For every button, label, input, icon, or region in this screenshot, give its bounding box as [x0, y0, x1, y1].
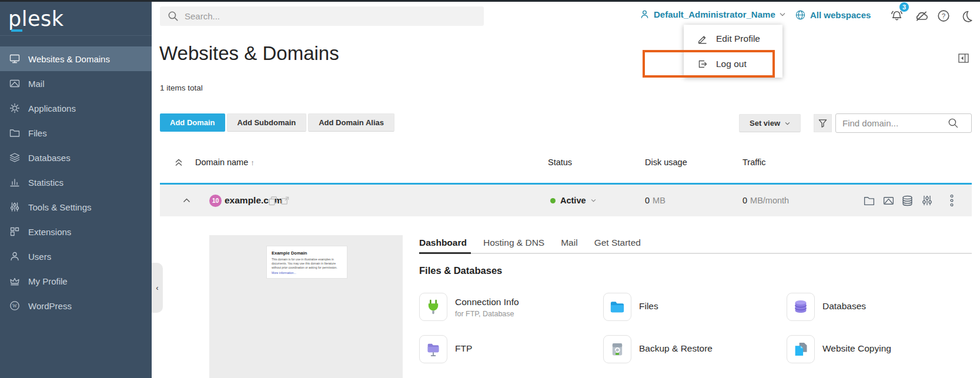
backup-restore-tile[interactable]: [603, 335, 631, 363]
row-collapse-button[interactable]: [183, 185, 190, 216]
folder-icon: [863, 195, 875, 207]
status-dropdown[interactable]: Active: [550, 185, 596, 216]
website-copying-tile[interactable]: [787, 335, 815, 363]
domain-actions: Add Domain Add Subdomain Add Domain Alia…: [160, 113, 394, 132]
sidebar-item-statistics[interactable]: Statistics: [0, 170, 152, 195]
sidebar-item-extensions[interactable]: Extensions: [0, 219, 152, 244]
globe-icon: [795, 9, 806, 21]
tabs-divider: [419, 253, 972, 254]
sidebar-item-label: Databases: [28, 153, 71, 163]
all-webspaces-label: All webspaces: [810, 10, 871, 20]
backup-restore-label[interactable]: Backup & Restore: [639, 343, 713, 354]
sidebar: plesk Websites & Domains Mail Applicatio…: [0, 0, 152, 378]
dark-mode-button[interactable]: [959, 9, 974, 23]
sidebar-collapse-handle[interactable]: ‹: [152, 263, 163, 313]
connection-info-sublabel: for FTP, Database: [455, 310, 514, 318]
search-input[interactable]: [185, 11, 467, 21]
sidebar-item-mail[interactable]: Mail: [0, 71, 152, 96]
row-mail-button[interactable]: [882, 185, 895, 216]
gear-icon: [9, 103, 21, 113]
tab-hosting-dns[interactable]: Hosting & DNS: [483, 237, 544, 253]
find-domain-input[interactable]: [836, 118, 948, 128]
sidebar-item-databases[interactable]: Databases: [0, 145, 152, 170]
ftp-label[interactable]: FTP: [455, 343, 472, 354]
sidebar-item-label: Extensions: [28, 227, 71, 237]
all-webspaces-link[interactable]: All webspaces: [795, 9, 871, 21]
items-total: 1 items total: [160, 83, 203, 92]
cloud-offline-button[interactable]: [914, 9, 928, 23]
set-view-button[interactable]: Set view: [739, 114, 801, 132]
connection-info-tile[interactable]: [419, 293, 447, 321]
filter-button[interactable]: [814, 114, 832, 132]
domain-table-row: 10 example.com Active 0MB 0MB/month: [160, 183, 972, 216]
sidebar-item-tools-settings[interactable]: Tools & Settings: [0, 195, 152, 219]
site-preview-page: Example Domain This domain is for use in…: [266, 246, 347, 279]
add-subdomain-button[interactable]: Add Subdomain: [227, 113, 307, 132]
sidebar-divider: [0, 35, 152, 36]
find-domain-box: [835, 113, 972, 133]
monitor-icon: [9, 53, 21, 64]
row-databases-button[interactable]: [901, 185, 914, 216]
window-top-edge: [0, 0, 980, 2]
row-more-button[interactable]: [949, 185, 954, 216]
collapse-all-button[interactable]: [175, 159, 183, 166]
sidebar-item-users[interactable]: Users: [0, 244, 152, 269]
plesk-logo[interactable]: plesk: [8, 7, 63, 31]
sidebar-item-files[interactable]: Files: [0, 121, 152, 145]
sidebar-item-label: Statistics: [28, 178, 63, 188]
connection-info-label[interactable]: Connection Info: [455, 297, 519, 307]
sidebar-item-label: Users: [28, 252, 51, 262]
section-title: Files & Databases: [419, 265, 502, 276]
side-panel-toggle-button[interactable]: [958, 53, 969, 63]
copy-domain-button[interactable]: [268, 185, 278, 216]
help-button[interactable]: ?: [936, 9, 951, 23]
databases-label[interactable]: Databases: [822, 301, 866, 312]
envelope-icon: [882, 195, 895, 207]
tab-get-started[interactable]: Get Started: [594, 237, 641, 253]
column-header-status[interactable]: Status: [548, 158, 572, 167]
sidebar-item-my-profile[interactable]: My Profile: [0, 269, 152, 293]
sidebar-item-label: WordPress: [28, 301, 72, 311]
domain-badge: 10: [209, 185, 222, 216]
add-domain-button[interactable]: Add Domain: [160, 113, 225, 132]
tab-mail[interactable]: Mail: [561, 237, 577, 253]
files-tile[interactable]: [603, 293, 631, 321]
tab-dashboard[interactable]: Dashboard: [419, 237, 467, 253]
preview-page-link: More information...: [272, 271, 342, 275]
row-settings-button[interactable]: [921, 185, 933, 216]
column-header-disk-usage[interactable]: Disk usage: [645, 158, 687, 167]
copy-icon: [268, 196, 278, 206]
person-icon: [9, 251, 21, 262]
svg-text:?: ?: [942, 12, 945, 19]
site-preview[interactable]: Example Domain This domain is for use in…: [209, 235, 403, 378]
user-menu-trigger[interactable]: Default_Administrator_Name: [640, 9, 785, 19]
user-name: Default_Administrator_Name: [654, 9, 775, 19]
panel-collapse-icon: [958, 53, 969, 63]
bar-chart-icon: [9, 177, 21, 188]
sidebar-item-wordpress[interactable]: W WordPress: [0, 293, 152, 318]
files-label[interactable]: Files: [639, 301, 658, 312]
crown-icon: [9, 276, 21, 286]
sliders-icon: [9, 202, 21, 212]
chevron-down-icon: [591, 199, 596, 202]
column-header-traffic[interactable]: Traffic: [742, 158, 765, 167]
edit-profile-menu-item[interactable]: Edit Profile: [684, 26, 782, 51]
sidebar-item-applications[interactable]: Applications: [0, 96, 152, 121]
databases-tile[interactable]: [787, 293, 815, 321]
envelope-icon: [9, 78, 21, 89]
row-files-button[interactable]: [863, 185, 875, 216]
ftp-tile[interactable]: [419, 335, 447, 363]
edit-profile-label: Edit Profile: [716, 34, 760, 44]
sidebar-item-websites-domains[interactable]: Websites & Domains: [0, 46, 152, 71]
global-search: [160, 6, 484, 26]
pencil-icon: [697, 34, 708, 44]
open-site-button[interactable]: [280, 185, 290, 216]
sidebar-item-label: Tools & Settings: [28, 202, 92, 212]
column-header-domain[interactable]: Domain name ↑: [195, 158, 255, 167]
domain-tabs: Dashboard Hosting & DNS Mail Get Started: [419, 237, 641, 253]
add-domain-alias-button[interactable]: Add Domain Alias: [308, 113, 394, 132]
website-copying-label[interactable]: Website Copying: [822, 343, 891, 354]
sidebar-item-label: Websites & Domains: [28, 54, 110, 64]
double-chevron-up-icon: [175, 159, 183, 166]
kebab-menu-icon: [949, 194, 954, 207]
